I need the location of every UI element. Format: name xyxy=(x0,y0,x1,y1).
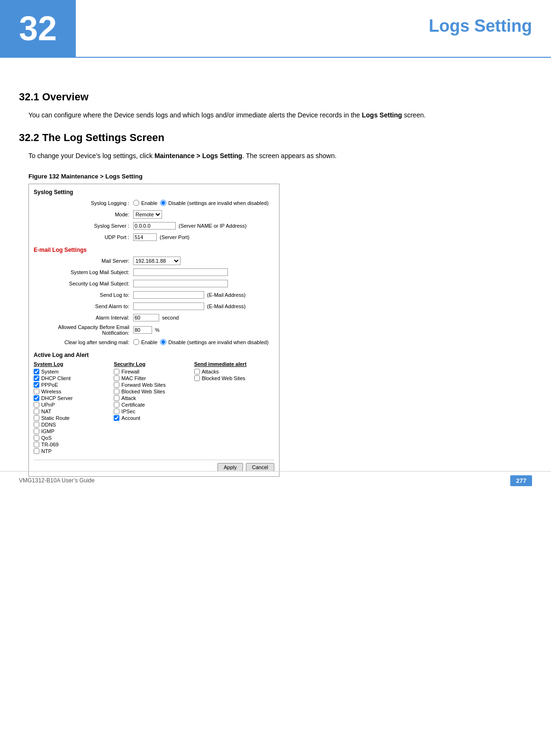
email-interval-value: second xyxy=(133,314,179,321)
apply-button[interactable]: Apply xyxy=(217,463,243,471)
sys-upnp-row: UPnP xyxy=(34,402,114,408)
email-server-row: Mail Server: 192.168.1.88 xyxy=(34,256,274,266)
sec-forwardweb-row: Forward Web Sites xyxy=(114,382,194,388)
sys-tr069-row: TR-069 xyxy=(34,442,114,447)
alert-header: Send immediate alert xyxy=(194,361,274,367)
chapter-header: 32 Logs Setting xyxy=(0,0,551,58)
alert-column: Send immediate alert Attacks Blocked Web… xyxy=(194,361,274,455)
page-footer: VMG1312-B10A User’s Guide 277 xyxy=(0,471,551,486)
sys-ddns-row: DDNS xyxy=(34,422,114,427)
alert-attacks-checkbox[interactable] xyxy=(194,369,200,374)
email-capacity-label: Allowed Capacity Before Email Notificati… xyxy=(34,324,133,336)
sec-firewall-row: Firewall xyxy=(114,369,194,374)
syslog-udp-label: UDP Port : xyxy=(34,234,133,240)
sec-macfilter-checkbox[interactable] xyxy=(114,375,119,381)
sys-system-checkbox[interactable] xyxy=(34,369,39,374)
email-capacity-input[interactable] xyxy=(133,326,152,334)
active-log-title: Active Log and Alert xyxy=(34,352,274,358)
section-2-body: To change your Device’s log settings, cl… xyxy=(28,151,532,161)
clear-enable-label[interactable]: Enable xyxy=(133,339,157,345)
email-security-subject-value xyxy=(133,280,228,287)
syslog-udp-input[interactable] xyxy=(133,233,157,241)
sys-pppoe-checkbox[interactable] xyxy=(34,382,39,388)
sys-tr069-checkbox[interactable] xyxy=(34,442,39,447)
sys-igmp-row: IGMP xyxy=(34,428,114,434)
sys-nat-checkbox[interactable] xyxy=(34,409,39,414)
screenshot-box: Syslog Setting Syslog Logging : Enable D… xyxy=(28,184,280,477)
sec-ipsec-checkbox[interactable] xyxy=(114,409,119,414)
system-log-header: System Log xyxy=(34,361,114,367)
email-system-subject-row: System Log Mail Subject: xyxy=(34,267,274,277)
page-container: 32 Logs Setting 32.1 Overview You can co… xyxy=(0,0,551,496)
email-interval-label: Alarm Interval: xyxy=(34,315,133,320)
sec-blockedweb-row: Blocked Web Sites xyxy=(114,389,194,394)
sec-attack-checkbox[interactable] xyxy=(114,395,119,401)
sys-wireless-checkbox[interactable] xyxy=(34,389,39,394)
sec-forwardweb-checkbox[interactable] xyxy=(114,382,119,388)
section-1-body: You can configure where the Device sends… xyxy=(28,110,532,120)
email-interval-row: Alarm Interval: second xyxy=(34,313,274,322)
syslog-disable-radio[interactable] xyxy=(160,200,166,206)
sys-pppoe-row: PPPoE xyxy=(34,382,114,388)
clear-disable-label[interactable]: Disable (settings are invalid when disab… xyxy=(160,339,269,345)
sys-staticroute-row: Static Route xyxy=(34,415,114,421)
email-system-subject-input[interactable] xyxy=(133,268,228,276)
sys-dhcpclient-row: DHCP Client xyxy=(34,375,114,381)
sys-qos-row: QoS xyxy=(34,435,114,441)
email-server-select[interactable]: 192.168.1.88 xyxy=(133,257,181,265)
section-2-heading: 32.2 The Log Settings Screen xyxy=(19,132,532,144)
email-sendlog-input[interactable] xyxy=(133,291,204,299)
syslog-mode-value: Remote xyxy=(133,210,162,219)
email-title: E-mail Log Settings xyxy=(34,247,274,253)
syslog-mode-label: Mode: xyxy=(34,212,133,217)
chapter-number: 32 xyxy=(0,0,76,57)
email-server-value: 192.168.1.88 xyxy=(133,257,181,265)
sec-attack-row: Attack xyxy=(114,395,194,401)
sys-wireless-row: Wireless xyxy=(34,389,114,394)
sys-dhcpserver-checkbox[interactable] xyxy=(34,395,39,401)
sys-dhcpclient-checkbox[interactable] xyxy=(34,375,39,381)
syslog-enable-radio[interactable] xyxy=(133,200,139,206)
sys-ntp-checkbox[interactable] xyxy=(34,448,39,454)
footer-left: VMG1312-B10A User’s Guide xyxy=(19,477,95,484)
email-clearlog-label: Clear log after sending mail: xyxy=(34,339,133,345)
email-interval-input[interactable] xyxy=(133,314,159,321)
email-clearlog-row: Clear log after sending mail: Enable Dis… xyxy=(34,338,274,347)
syslog-server-label: Syslog Server : xyxy=(34,223,133,229)
syslog-disable-label[interactable]: Disable (settings are invalid when disab… xyxy=(160,200,269,206)
sys-ddns-checkbox[interactable] xyxy=(34,422,39,427)
sec-blockedweb-checkbox[interactable] xyxy=(114,389,119,394)
clear-enable-radio[interactable] xyxy=(133,339,139,345)
sys-qos-checkbox[interactable] xyxy=(34,435,39,441)
email-security-subject-input[interactable] xyxy=(133,280,228,287)
email-sendlog-label: Send Log to: xyxy=(34,292,133,298)
email-sendlog-value: (E-Mail Address) xyxy=(133,291,245,299)
syslog-server-value: (Server NAME or IP Address) xyxy=(133,222,246,230)
sys-staticroute-checkbox[interactable] xyxy=(34,415,39,421)
email-system-subject-label: System Log Mail Subject: xyxy=(34,269,133,275)
sys-igmp-checkbox[interactable] xyxy=(34,428,39,434)
cancel-button[interactable]: Cancel xyxy=(246,463,274,471)
email-sendalarm-input[interactable] xyxy=(133,302,204,310)
sys-upnp-checkbox[interactable] xyxy=(34,402,39,408)
sec-account-checkbox[interactable] xyxy=(114,415,119,421)
syslog-mode-select[interactable]: Remote xyxy=(133,210,162,219)
alert-blockedweb-checkbox[interactable] xyxy=(194,375,200,381)
system-log-column: System Log System DHCP Client PPPoE xyxy=(34,361,114,455)
sys-dhcpserver-row: DHCP Server xyxy=(34,395,114,401)
email-sendlog-row: Send Log to: (E-Mail Address) xyxy=(34,290,274,300)
syslog-server-input[interactable] xyxy=(133,222,176,230)
button-row: Apply Cancel xyxy=(34,460,274,471)
syslog-enable-label[interactable]: Enable xyxy=(133,200,157,206)
sec-firewall-checkbox[interactable] xyxy=(114,369,119,374)
security-log-column: Security Log Firewall MAC Filter Forward… xyxy=(114,361,194,455)
email-server-label: Mail Server: xyxy=(34,258,133,264)
clear-disable-radio[interactable] xyxy=(160,339,166,345)
sec-certificate-row: Certificate xyxy=(114,402,194,408)
figure-caption: Figure 132 Maintenance > Logs Setting xyxy=(28,173,532,180)
syslog-logging-value: Enable Disable (settings are invalid whe… xyxy=(133,200,269,206)
sec-account-row: Account xyxy=(114,415,194,421)
alert-attacks-row: Attacks xyxy=(194,369,274,374)
email-sendalarm-value: (E-Mail Address) xyxy=(133,302,245,310)
sec-certificate-checkbox[interactable] xyxy=(114,402,119,408)
